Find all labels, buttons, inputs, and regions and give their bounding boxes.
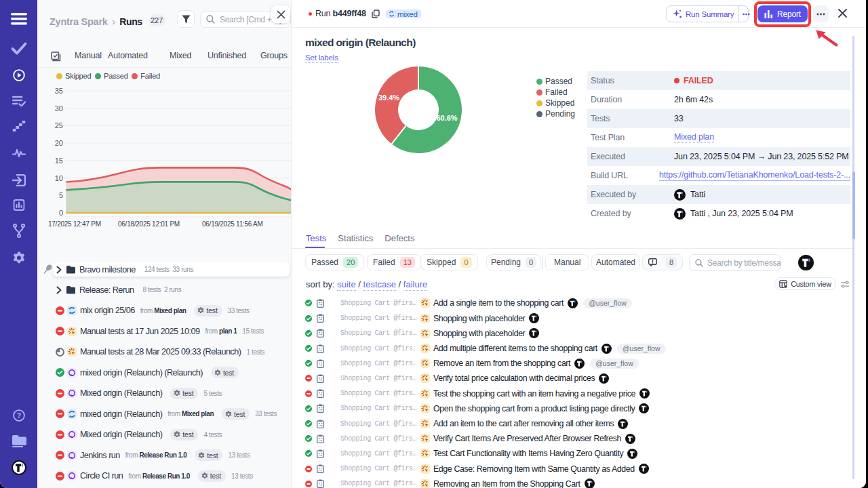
svg-text:?: ? xyxy=(16,412,20,420)
svg-text:39.4%: 39.4% xyxy=(378,94,399,102)
svg-text:60.6%: 60.6% xyxy=(436,114,457,122)
